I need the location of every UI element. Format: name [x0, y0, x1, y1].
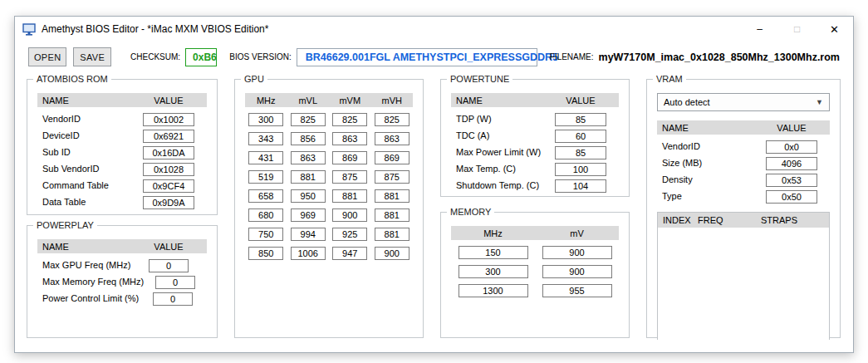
tdp-input[interactable] [555, 113, 606, 126]
row-label: Max Temp. (C) [451, 164, 542, 174]
row-label: Command Table [37, 180, 130, 190]
gpu-mvm-input[interactable] [332, 228, 367, 241]
table-row: DeviceID [37, 127, 207, 144]
gpu-mhz-input[interactable] [248, 132, 283, 145]
table-row: VendorID [657, 138, 830, 155]
tdc-input[interactable] [555, 130, 606, 143]
header-freq: FREQ [698, 215, 746, 225]
vendor-id-input[interactable] [143, 113, 194, 126]
vram-type-input[interactable] [766, 190, 817, 204]
gpu-mvh-input[interactable] [375, 228, 409, 241]
memory-mv-input[interactable] [542, 246, 612, 259]
gpu-mhz-input[interactable] [248, 228, 283, 241]
power-control-limit-input[interactable] [153, 292, 193, 306]
powertune-table-header: NAME VALUE [451, 93, 619, 107]
row-label: Data Table [37, 197, 130, 207]
sub-id-input[interactable] [143, 146, 194, 159]
group-atombios-rom: ATOMBIOS ROM NAME VALUE VendorID DeviceI… [27, 79, 218, 215]
vram-vendor-id-input[interactable] [766, 140, 817, 154]
gpu-mvl-input[interactable] [291, 247, 326, 260]
vram-size-input[interactable] [766, 157, 817, 170]
gpu-mhz-input[interactable] [248, 189, 283, 203]
sub-vendor-id-input[interactable] [143, 163, 194, 176]
open-button[interactable]: OPEN [28, 47, 66, 66]
gpu-mvh-input[interactable] [375, 132, 409, 145]
gpu-mhz-input[interactable] [248, 247, 283, 260]
header-index: INDEX [658, 215, 698, 225]
maximize-button: □ [778, 17, 816, 42]
row-label: Type [657, 191, 753, 201]
gpu-mvh-input[interactable] [375, 113, 409, 126]
titlebar: Amethyst BIOS Editor - *iMac MXM VBIOS E… [15, 17, 853, 42]
group-vram: VRAM Auto detect ▼ NAME VALUE VendorID S… [646, 79, 841, 338]
max-memory-freq-input[interactable] [155, 276, 195, 289]
gpu-mvh-input[interactable] [375, 208, 409, 222]
bios-version-label: BIOS VERSION: [229, 52, 291, 61]
gpu-mvh-input[interactable] [375, 247, 409, 260]
save-button[interactable]: SAVE [73, 47, 111, 66]
header-mvm: mVM [329, 96, 371, 105]
gpu-table-row [245, 208, 413, 222]
memory-mhz-input[interactable] [459, 246, 528, 259]
max-temp-input[interactable] [555, 163, 606, 176]
header-mv: mV [535, 228, 619, 238]
gpu-mvh-input[interactable] [375, 170, 409, 184]
main-content: ATOMBIOS ROM NAME VALUE VendorID DeviceI… [15, 74, 853, 338]
gpu-mvh-input[interactable] [375, 189, 409, 203]
vram-straps-list[interactable]: INDEX FREQ STRAPS [657, 212, 830, 340]
gpu-mvl-input[interactable] [291, 189, 326, 203]
checksum-value: 0xB6 [185, 48, 217, 66]
device-id-input[interactable] [143, 130, 194, 143]
gpu-table-row [245, 132, 413, 145]
memory-mhz-input[interactable] [459, 265, 528, 278]
gpu-mvm-input[interactable] [332, 113, 367, 126]
gpu-mvl-input[interactable] [291, 208, 326, 222]
close-button[interactable]: ✕ [816, 17, 853, 42]
vram-density-input[interactable] [766, 174, 817, 187]
gpu-mhz-input[interactable] [248, 170, 283, 184]
memory-table-row [451, 246, 619, 259]
column-gpu: GPU MHz mVL mVM mVH [234, 79, 424, 338]
row-label: Sub ID [37, 147, 130, 157]
gpu-mvm-input[interactable] [332, 247, 367, 260]
gpu-mvm-input[interactable] [332, 132, 367, 145]
memory-mv-input[interactable] [542, 265, 612, 278]
header-value: VALUE [130, 242, 207, 252]
row-label: Density [657, 174, 753, 184]
gpu-mvl-input[interactable] [291, 132, 326, 145]
header-mvh: mVH [371, 96, 414, 105]
gpu-mvl-input[interactable] [291, 151, 326, 164]
gpu-mvl-input[interactable] [291, 113, 326, 126]
filename-label: FILENAME: [550, 52, 594, 61]
gpu-mhz-input[interactable] [248, 113, 283, 126]
shutdown-temp-input[interactable] [555, 179, 606, 193]
row-label: Sub VendorID [37, 164, 130, 174]
minimize-button[interactable]: – [741, 17, 778, 42]
max-power-limit-input[interactable] [555, 146, 606, 159]
gpu-mhz-input[interactable] [248, 151, 283, 164]
gpu-mvm-input[interactable] [332, 189, 367, 203]
table-row: Sub VendorID [37, 160, 207, 177]
app-window: Amethyst BIOS Editor - *iMac MXM VBIOS E… [14, 16, 854, 353]
gpu-mvl-input[interactable] [291, 170, 326, 184]
gpu-mvh-input[interactable] [375, 151, 409, 164]
table-row: Size (MB) [657, 155, 830, 171]
gpu-mvm-input[interactable] [332, 151, 367, 164]
table-row: Max Memory Freq (MHz) [37, 273, 207, 290]
header-name: NAME [451, 96, 542, 105]
gpu-mhz-input[interactable] [248, 208, 283, 222]
command-table-input[interactable] [143, 179, 194, 193]
gpu-mvl-input[interactable] [291, 228, 326, 241]
gpu-mvm-input[interactable] [332, 170, 367, 184]
table-row: Max Power Limit (W) [451, 144, 619, 160]
gpu-table-row [245, 228, 413, 241]
max-gpu-freq-input[interactable] [149, 259, 189, 272]
data-table-input[interactable] [143, 196, 194, 209]
gpu-table-header: MHz mVL mVM mVH [245, 93, 413, 107]
bios-version-value: BR46629.001FGL AMETHYSTPCI_EXPRESSGDDR5 [297, 48, 537, 66]
gpu-mvm-input[interactable] [332, 208, 367, 222]
app-icon [22, 23, 36, 36]
memory-mhz-input[interactable] [459, 284, 528, 297]
memory-mv-input[interactable] [542, 284, 612, 297]
vram-mode-select[interactable]: Auto detect ▼ [657, 93, 830, 111]
